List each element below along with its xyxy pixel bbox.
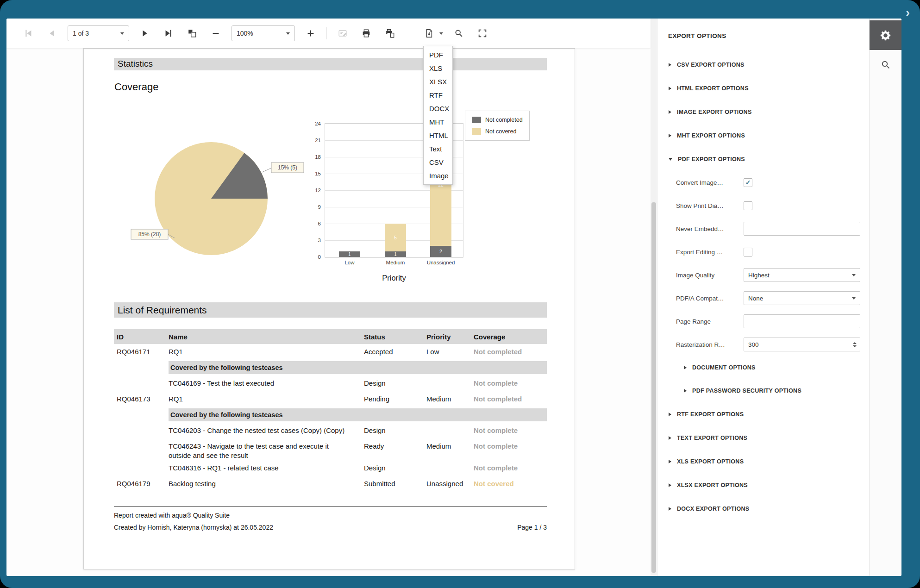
pie-callout-line [262, 168, 272, 172]
number-rasterization-r[interactable]: 300 [744, 338, 860, 351]
select-pdf-a-compat[interactable]: None [744, 291, 860, 305]
cell-name: RQ1 [169, 347, 364, 360]
cell-id: RQ046173 [114, 394, 169, 407]
expand-arrow-icon [669, 63, 671, 67]
gear-icon [879, 29, 892, 42]
sidebar-section-mht-export-options[interactable]: MHT EXPORT OPTIONS [657, 124, 869, 147]
export-menu-item-pdf[interactable]: PDF [424, 48, 452, 62]
zoom-selector[interactable]: 100% [232, 25, 295, 41]
expand-arrow-icon [669, 110, 671, 114]
expand-arrow-icon [669, 413, 671, 416]
legend-swatch [472, 128, 481, 135]
fullscreen-button[interactable] [475, 25, 490, 41]
checkbox-convert-image[interactable]: ✓ [744, 178, 752, 187]
export-menu-item-xlsx[interactable]: XLSX [424, 75, 452, 88]
page-selector[interactable]: 1 of 3 [68, 25, 129, 41]
sidebar-section-html-export-options[interactable]: HTML EXPORT OPTIONS [657, 76, 869, 100]
first-page-button[interactable] [20, 25, 36, 41]
collapse-panel-chevron-icon[interactable]: › [906, 6, 910, 19]
field-convert-image: Convert Image…✓ [657, 171, 869, 194]
cell-id [114, 463, 169, 476]
field-value: 300 [748, 341, 759, 348]
sidebar-section-image-export-options[interactable]: IMAGE EXPORT OPTIONS [657, 100, 869, 124]
y-axis-tick-label: 15 [315, 170, 321, 177]
field-export-editing: Export Editing … [657, 240, 869, 263]
table-row: TC046316 - RQ1 - related test caseDesign… [114, 460, 547, 476]
text-page-range[interactable] [744, 314, 860, 328]
sidebar-section-pdf-password-security-options[interactable]: PDF PASSWORD SECURITY OPTIONS [657, 379, 869, 402]
tab-search[interactable] [870, 50, 901, 80]
sidebar-section-pdf-export-options[interactable]: PDF EXPORT OPTIONS [657, 147, 869, 171]
previous-page-icon [47, 28, 57, 38]
x-axis-tick-label: Medium [386, 260, 405, 265]
export-menu-item-docx[interactable]: DOCX [424, 102, 452, 115]
sidebar-section-docx-export-options[interactable]: DOCX EXPORT OPTIONS [657, 497, 869, 520]
export-options-panel: EXPORT OPTIONS CSV EXPORT OPTIONSHTML EX… [657, 19, 869, 576]
tab-export-options[interactable] [870, 20, 901, 50]
cell-id [114, 379, 169, 391]
highlight-editing-fields-button[interactable] [335, 25, 350, 41]
cell-priority: Medium [426, 394, 474, 407]
sidebar-section-text-export-options[interactable]: TEXT EXPORT OPTIONS [657, 426, 869, 450]
zoom-out-button[interactable] [208, 25, 224, 41]
text-never-embedd[interactable] [744, 222, 860, 236]
header-coverage: Coverage [474, 333, 547, 341]
sidebar-section-xlsx-export-options[interactable]: XLSX EXPORT OPTIONS [657, 473, 869, 497]
cell-status: Pending [364, 394, 426, 407]
y-axis-tick-label: 12 [315, 187, 321, 194]
export-menu-item-rtf[interactable]: RTF [424, 88, 452, 102]
section-label: HTML EXPORT OPTIONS [677, 85, 749, 92]
checkbox-export-editing[interactable] [744, 248, 752, 256]
spinner-icon[interactable] [853, 342, 857, 347]
export-menu-item-image[interactable]: Image [424, 169, 452, 182]
sidebar-section-document-options[interactable]: DOCUMENT OPTIONS [657, 356, 869, 379]
field-show-print-dia: Show Print Dia… [657, 194, 869, 217]
last-page-button[interactable] [161, 25, 176, 41]
requirements-table: ID Name Status Priority Coverage RQ04617… [114, 329, 547, 492]
y-axis-tick-label: 21 [315, 137, 321, 144]
checkbox-show-print-dia[interactable] [744, 201, 752, 210]
legend-swatch [472, 117, 481, 123]
zoom-in-icon [306, 28, 316, 38]
export-menu-item-text[interactable]: Text [424, 142, 452, 156]
export-options-title: EXPORT OPTIONS [668, 32, 726, 39]
next-page-button[interactable] [137, 25, 153, 41]
search-button[interactable] [451, 25, 467, 41]
table-group-row: Covered by the following testcases [114, 408, 547, 421]
select-image-quality[interactable]: Highest [744, 268, 860, 282]
footer-created-with: Report created with aqua® Quality Suite [114, 512, 230, 519]
export-menu-item-csv[interactable]: CSV [424, 156, 452, 169]
cell-id: RQ046171 [114, 347, 169, 360]
table-row: TC046243 - Navigate to the test case and… [114, 438, 547, 460]
sidebar-section-xls-export-options[interactable]: XLS EXPORT OPTIONS [657, 450, 869, 473]
export-menu-item-xls[interactable]: XLS [424, 62, 452, 75]
export-options-rows: CSV EXPORT OPTIONSHTML EXPORT OPTIONSIMA… [657, 53, 869, 520]
previous-page-button[interactable] [44, 25, 60, 41]
sidebar-section-rtf-export-options[interactable]: RTF EXPORT OPTIONS [657, 402, 869, 426]
export-button[interactable]: PDFXLSXLSXRTFDOCXMHTHTMLTextCSVImage [421, 25, 443, 41]
zoom-in-button[interactable] [303, 25, 319, 41]
legend-item: Not covered [472, 128, 523, 135]
export-document-button[interactable] [421, 25, 437, 41]
dropdown-caret-icon [852, 297, 856, 300]
cell-status: Design [364, 426, 426, 438]
search-icon [454, 28, 464, 38]
print-button[interactable] [358, 25, 374, 41]
cell-status: Accepted [364, 347, 426, 360]
scrollbar-thumb[interactable] [651, 202, 656, 573]
export-menu-item-html[interactable]: HTML [424, 129, 452, 142]
chart-legend: Not completedNot covered [465, 111, 530, 141]
section-label: PDF EXPORT OPTIONS [678, 156, 745, 163]
pie-label-85: 85% (28) [138, 231, 161, 238]
print-page-button[interactable] [382, 25, 398, 41]
export-dropdown-caret-icon[interactable] [439, 32, 443, 35]
section-label: PDF PASSWORD SECURITY OPTIONS [692, 388, 801, 394]
y-axis-tick-label: 24 [315, 120, 321, 127]
section-label: DOCX EXPORT OPTIONS [677, 506, 749, 512]
export-menu-item-mht[interactable]: MHT [424, 115, 452, 129]
sidebar-section-csv-export-options[interactable]: CSV EXPORT OPTIONS [657, 53, 869, 76]
vertical-scrollbar[interactable] [651, 19, 657, 576]
multipage-view-button[interactable] [184, 25, 200, 41]
expand-arrow-icon [669, 483, 671, 487]
header-status: Status [364, 333, 426, 341]
